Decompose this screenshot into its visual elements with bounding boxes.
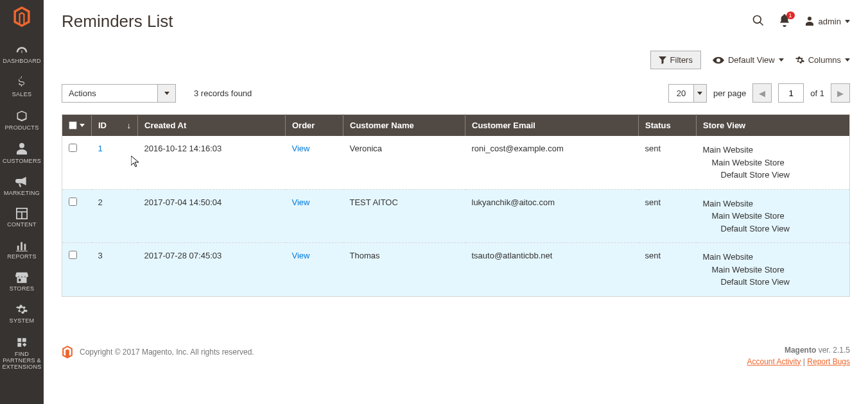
cell-customer-name: TEST AITOC	[343, 189, 465, 243]
col-checkbox[interactable]	[62, 115, 92, 137]
account-activity-link[interactable]: Account Activity	[747, 357, 801, 366]
cell-customer-email: tsauto@atlanticbb.net	[465, 243, 639, 297]
row-checkbox[interactable]	[69, 144, 77, 152]
col-order[interactable]: Order	[286, 115, 343, 137]
cell-id: 2	[92, 189, 138, 243]
nav-reports[interactable]: REPORTS	[0, 235, 44, 267]
next-page-button[interactable]: ▶	[831, 83, 850, 103]
person-icon	[17, 143, 27, 156]
search-icon[interactable]	[752, 14, 765, 29]
cell-status: sent	[639, 189, 697, 243]
magento-logo-small-icon	[62, 346, 73, 358]
row-checkbox[interactable]	[69, 198, 77, 206]
cell-customer-email: roni_cost@example.com	[465, 136, 639, 189]
bars-icon	[16, 240, 28, 251]
cell-created-at: 2016-10-12 14:16:03	[138, 136, 286, 189]
view-order-link[interactable]: View	[292, 251, 310, 260]
col-store-view[interactable]: Store View	[697, 115, 850, 137]
eye-icon	[713, 56, 724, 64]
magento-logo-icon[interactable]	[13, 6, 31, 29]
page-title: Reminders List	[62, 12, 173, 31]
cell-customer-name: Thomas	[343, 243, 465, 297]
gauge-icon	[15, 46, 28, 56]
chevron-down-icon[interactable]	[158, 84, 176, 103]
col-id[interactable]: ID↓	[92, 115, 138, 137]
chevron-down-icon[interactable]	[694, 84, 707, 103]
cell-status: sent	[639, 243, 697, 297]
columns-dropdown[interactable]: Columns	[795, 55, 850, 65]
col-customer-email[interactable]: Customer Email	[465, 115, 639, 137]
reminders-grid: ID↓ Created At Order Customer Name Custo…	[62, 114, 850, 297]
nav-marketing[interactable]: MARKETING	[0, 171, 44, 203]
storefront-icon	[15, 272, 28, 283]
view-order-link[interactable]: View	[292, 144, 310, 153]
page-size-select[interactable]: 20	[668, 84, 707, 103]
megaphone-icon	[15, 176, 28, 188]
cell-store-view: Main Website Main Website Store Default …	[697, 136, 850, 189]
cell-store-view: Main Website Main Website Store Default …	[697, 189, 850, 243]
mass-actions-select[interactable]: Actions	[62, 84, 176, 103]
admin-user-menu[interactable]: admin	[804, 17, 850, 27]
col-customer-name[interactable]: Customer Name	[343, 115, 465, 137]
table-row[interactable]: 1 2016-10-12 14:16:03 View Veronica roni…	[62, 136, 850, 189]
nav-content[interactable]: CONTENT	[0, 203, 44, 235]
cell-created-at: 2017-07-28 07:45:03	[138, 243, 286, 297]
svg-line-1	[759, 22, 763, 26]
cell-id: 3	[92, 243, 138, 297]
per-page-label: per page	[713, 88, 746, 98]
notifications-icon[interactable]: 1	[779, 14, 790, 29]
columns-gear-icon	[795, 56, 804, 65]
funnel-icon	[659, 56, 666, 64]
dollar-icon	[17, 76, 26, 89]
version-label: Magento ver. 2.1.5	[747, 346, 850, 355]
nav-sales[interactable]: SALES	[0, 71, 44, 105]
chevron-down-icon	[845, 20, 850, 23]
copyright-text: Copyright © 2017 Magento, Inc. All right…	[80, 348, 254, 357]
admin-username: admin	[819, 17, 841, 26]
chevron-down-icon	[779, 58, 784, 62]
prev-page-button[interactable]: ◀	[752, 83, 772, 103]
table-row[interactable]: 3 2017-07-28 07:45:03 View Thomas tsauto…	[62, 243, 850, 297]
report-bugs-link[interactable]: Report Bugs	[807, 357, 850, 366]
col-status[interactable]: Status	[639, 115, 697, 137]
table-row[interactable]: 2 2017-07-04 14:50:04 View TEST AITOC lu…	[62, 189, 850, 243]
partners-icon	[15, 336, 28, 349]
svg-point-0	[753, 16, 761, 24]
chevron-down-icon[interactable]	[80, 124, 85, 127]
nav-products[interactable]: PRODUCTS	[0, 105, 44, 138]
admin-sidenav: DASHBOARD SALES PRODUCTS CUSTOMERS MARKE…	[0, 0, 44, 404]
nav-system[interactable]: SYSTEM	[0, 299, 44, 331]
gear-icon	[16, 304, 28, 316]
col-created-at[interactable]: Created At	[138, 115, 286, 137]
view-order-link[interactable]: View	[292, 198, 310, 207]
box-icon	[15, 110, 28, 122]
chevron-down-icon	[845, 58, 850, 62]
main-content: Reminders List 1 admin Filters	[44, 0, 868, 404]
cell-created-at: 2017-07-04 14:50:04	[138, 189, 286, 243]
cell-customer-email: lukyanchik@aitoc.com	[465, 189, 639, 243]
filters-button[interactable]: Filters	[650, 51, 701, 69]
notification-badge: 1	[786, 12, 795, 19]
records-found-label: 3 records found	[194, 88, 252, 98]
current-page-input[interactable]	[778, 83, 804, 103]
default-view-dropdown[interactable]: Default View	[713, 55, 784, 65]
cell-store-view: Main Website Main Website Store Default …	[697, 243, 850, 297]
layout-icon	[16, 208, 28, 219]
cell-status: sent	[639, 136, 697, 189]
nav-partners[interactable]: FIND PARTNERS & EXTENSIONS	[0, 331, 44, 377]
nav-dashboard[interactable]: DASHBOARD	[0, 40, 44, 71]
row-checkbox[interactable]	[69, 251, 77, 259]
nav-customers[interactable]: CUSTOMERS	[0, 138, 44, 171]
nav-stores[interactable]: STORES	[0, 267, 44, 299]
cell-customer-name: Veronica	[343, 136, 465, 189]
user-icon	[804, 17, 815, 27]
of-pages-label: of 1	[810, 88, 824, 98]
row-id-link[interactable]: 1	[98, 144, 103, 153]
page-footer: Copyright © 2017 Magento, Inc. All right…	[62, 335, 850, 382]
select-all-checkbox[interactable]	[69, 121, 77, 130]
